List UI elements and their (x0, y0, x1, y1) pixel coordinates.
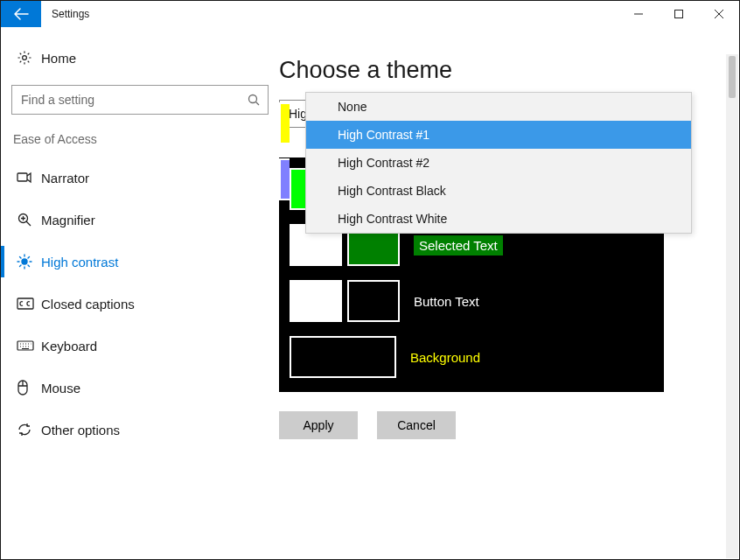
sidebar-item-magnifier[interactable]: Magnifier (1, 199, 279, 241)
sidebar-item-keyboard[interactable]: Keyboard (1, 325, 279, 367)
narrator-icon (17, 171, 41, 185)
sidebar-item-label: Magnifier (41, 213, 95, 228)
window-title: Settings (41, 1, 618, 27)
search-input[interactable]: Find a setting (11, 85, 269, 115)
swatch-button-fg[interactable] (290, 280, 342, 322)
vertical-scrollbar[interactable] (726, 54, 738, 558)
scrollbar-thumb[interactable] (729, 56, 736, 98)
page-title: Choose a theme (279, 57, 718, 84)
home-label: Home (41, 51, 76, 66)
back-button[interactable] (1, 1, 41, 27)
sidebar-item-narrator[interactable]: Narrator (1, 157, 279, 199)
magnifier-icon (17, 212, 41, 228)
swatch-text-peek (279, 102, 290, 144)
mouse-icon (17, 380, 41, 396)
swatch-background[interactable] (290, 336, 396, 378)
theme-option-hc2[interactable]: High Contrast #2 (306, 149, 691, 177)
theme-option-black[interactable]: High Contrast Black (306, 177, 691, 205)
gear-icon (17, 50, 41, 66)
sidebar-item-label: High contrast (41, 255, 118, 270)
theme-option-white[interactable]: High Contrast White (306, 205, 691, 233)
svg-point-1 (23, 56, 27, 60)
svg-point-5 (22, 259, 27, 264)
keyboard-icon (17, 340, 41, 351)
sidebar-item-label: Keyboard (41, 339, 97, 354)
theme-option-hc1[interactable]: High Contrast #1 (306, 121, 691, 149)
section-header: Ease of Access (1, 127, 279, 157)
maximize-button[interactable] (659, 1, 699, 27)
preview-label-background: Background (410, 350, 480, 365)
apply-button[interactable]: Apply (279, 411, 358, 439)
cancel-button[interactable]: Cancel (377, 411, 456, 439)
close-button[interactable] (699, 1, 739, 27)
sync-icon (17, 422, 41, 438)
sidebar-nav: Narrator Magnifier High contrast (1, 157, 279, 451)
search-icon (247, 93, 261, 107)
preview-label-selected: Selected Text (414, 235, 503, 256)
minimize-button[interactable] (618, 1, 659, 27)
svg-rect-0 (675, 10, 683, 18)
cc-icon (17, 298, 41, 310)
settings-window: Settings Home (0, 0, 740, 560)
swatch-button-bg[interactable] (347, 280, 400, 322)
sidebar-item-mouse[interactable]: Mouse (1, 367, 279, 409)
sidebar: Home Find a setting Ease of Access Narra… (1, 27, 279, 559)
sidebar-item-closed-captions[interactable]: Closed captions (1, 283, 279, 325)
sidebar-item-label: Closed captions (41, 297, 135, 312)
sidebar-item-high-contrast[interactable]: High contrast (1, 241, 279, 283)
theme-option-none[interactable]: None (306, 93, 691, 121)
sidebar-item-label: Narrator (41, 171, 89, 186)
sidebar-item-label: Other options (41, 423, 120, 438)
svg-rect-3 (17, 173, 27, 181)
search-placeholder: Find a setting (21, 93, 247, 107)
swatch-hyperlink-peek (279, 158, 290, 200)
sidebar-item-label: Mouse (41, 381, 80, 396)
preview-label-button: Button Text (414, 294, 479, 309)
theme-dropdown-menu: None High Contrast #1 High Contrast #2 H… (305, 92, 692, 234)
home-nav[interactable]: Home (1, 38, 279, 78)
brightness-icon (17, 254, 41, 270)
svg-point-2 (249, 95, 257, 103)
titlebar: Settings (1, 1, 739, 27)
sidebar-item-other-options[interactable]: Other options (1, 409, 279, 451)
